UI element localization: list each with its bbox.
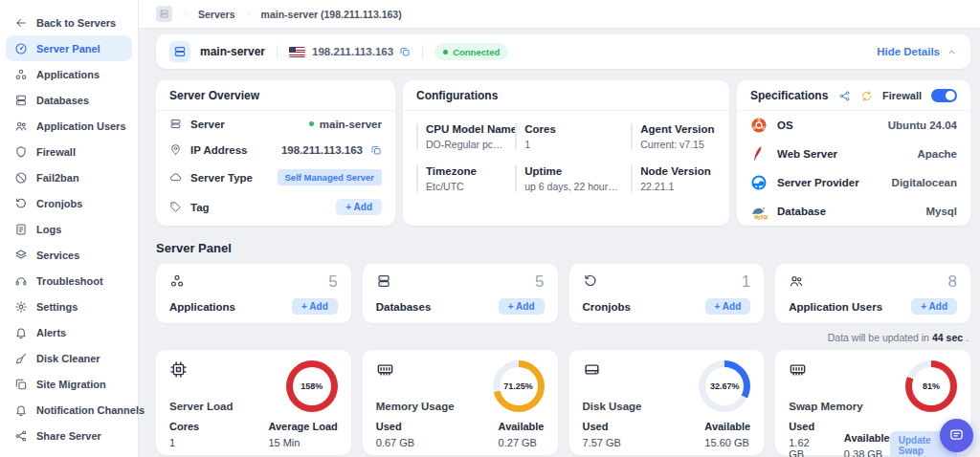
bell-icon	[14, 403, 28, 417]
sidebar-nav: Back to Servers Server Panel Application…	[0, 10, 138, 448]
stat-col-label: Used	[789, 421, 821, 432]
troubleshoot-icon	[14, 274, 28, 288]
sidebar-item[interactable]: Cronjobs	[6, 190, 132, 216]
sidebar-item-label: Settings	[36, 301, 78, 313]
panel-card-count: 5	[328, 273, 337, 290]
sidebar-item-label: Cronjobs	[36, 198, 82, 209]
panel-card[interactable]: 8 Application Users + Add	[775, 264, 970, 323]
refresh-icon[interactable]	[860, 90, 873, 102]
sidebar-item[interactable]: Disk Cleaner	[6, 345, 132, 371]
users-icon	[789, 273, 804, 289]
sidebar-item-label: Alerts	[36, 327, 66, 338]
sidebar-item[interactable]: Fail2ban	[6, 164, 132, 190]
overview-row: IP Address 198.211.113.163	[156, 137, 395, 163]
sidebar-item[interactable]: Back to Servers	[6, 10, 132, 35]
configurations-grid: CPU Model Name DO-Regular pc-i440fx-... …	[403, 111, 729, 205]
config-label: Timezone	[426, 165, 505, 177]
sidebar-item[interactable]: Logs	[6, 216, 132, 242]
users-icon	[14, 120, 28, 133]
stats-cards-row: Server Load 158% Cores 1	[156, 350, 970, 455]
chat-fab-button[interactable]	[940, 419, 973, 452]
breadcrumb-servers[interactable]: Servers	[198, 9, 235, 20]
sidebar-item[interactable]: Services	[6, 242, 132, 268]
stat-col-label: Available	[499, 421, 545, 432]
sidebar-item[interactable]: Troubleshoot	[6, 268, 132, 294]
sidebar-item[interactable]: Firewall	[6, 139, 132, 164]
stat-col-value: 0.38 GB	[844, 448, 890, 457]
sidebar-item[interactable]: Settings	[6, 294, 132, 319]
panel-cards-row: 5 Applications + Add 5 Databases	[156, 264, 970, 323]
copy-icon[interactable]	[370, 144, 382, 156]
cronjob-icon	[14, 197, 28, 210]
database-icon	[376, 273, 391, 289]
sidebar-item[interactable]: Notification Channels	[6, 397, 132, 423]
add-button[interactable]: + Add	[499, 298, 545, 315]
add-button[interactable]: + Add	[705, 298, 751, 315]
sidebar-item-label: Notification Channels	[36, 404, 145, 416]
spec-value: Digitalocean	[892, 177, 957, 188]
add-button[interactable]: + Add	[292, 298, 338, 315]
spec-label: Database	[777, 206, 826, 217]
spec-value: Apache	[917, 148, 957, 160]
sidebar-item-label: Applications	[36, 69, 100, 80]
server-icon	[169, 41, 190, 62]
main-area: Servers main-server (198.211.113.163) ma…	[139, 0, 980, 457]
sidebar-item-label: Share Server	[36, 430, 101, 442]
specifications-card: Specifications Firewall OS	[737, 80, 970, 226]
overview-value[interactable]: + Add	[336, 199, 382, 215]
panel-card-count: 8	[948, 273, 957, 290]
stat-col-label: Used	[583, 421, 621, 432]
sidebar-item-label: Logs	[36, 224, 61, 235]
services-icon	[14, 249, 28, 262]
server-header-card: main-server 198.211.113.163 Connected Hi…	[156, 34, 970, 69]
digitalocean-logo	[750, 174, 768, 191]
sidebar-item[interactable]: Databases	[6, 87, 132, 113]
ubuntu-logo	[750, 117, 768, 134]
hide-details-button[interactable]: Hide Details	[877, 46, 957, 57]
panel-card-count: 1	[742, 273, 750, 290]
chevron-right-icon	[180, 9, 190, 19]
sidebar-item[interactable]: Alerts	[6, 319, 132, 345]
panel-card-label: Cronjobs	[583, 301, 631, 313]
sidebar-item[interactable]: Share Server	[6, 423, 132, 448]
panel-card-count: 5	[535, 273, 544, 290]
spec-label: Web Server	[777, 148, 837, 160]
add-button[interactable]: + Add	[911, 298, 957, 315]
overview-value[interactable]: main-server	[320, 119, 382, 130]
copy-icon[interactable]	[399, 46, 411, 57]
panel-card-label: Applications	[169, 301, 235, 313]
cpu-icon	[169, 360, 188, 379]
us-flag-icon	[289, 47, 305, 57]
panel-card[interactable]: 1 Cronjobs + Add	[569, 264, 765, 323]
share-icon[interactable]	[838, 90, 851, 102]
server-grid-icon	[156, 6, 172, 22]
migration-icon	[14, 378, 28, 391]
status-label: Connected	[453, 47, 500, 57]
stat-col-value: 0.67 GB	[376, 437, 414, 448]
overview-value[interactable]: Self Managed Server	[278, 169, 382, 185]
sidebar-item[interactable]: Server Panel	[6, 35, 132, 61]
gauge-percent: 158%	[286, 360, 338, 412]
overview-value[interactable]: 198.211.113.163	[281, 144, 363, 156]
spec-value: Ubuntu 24.04	[888, 120, 957, 131]
config-label: Agent Version	[640, 123, 716, 135]
card-title: Specifications	[750, 89, 828, 102]
tag-icon	[169, 201, 182, 213]
stat-col-label: Used	[376, 421, 414, 432]
sidebar-item-label: Firewall	[36, 146, 76, 158]
sidebar-item[interactable]: Site Migration	[6, 371, 132, 397]
usage-gauge: 71.25%	[493, 360, 545, 412]
config-value: Current: v7.15	[640, 139, 716, 150]
sidebar-item[interactable]: Application Users	[6, 113, 132, 139]
divider	[422, 45, 423, 58]
overview-row: Server Type Self Managed Server	[156, 163, 395, 192]
stat-col-label: Available	[704, 421, 750, 432]
sidebar-item[interactable]: Applications	[6, 61, 132, 87]
chevron-up-icon	[947, 47, 957, 57]
config-label: CPU Model Name	[426, 123, 505, 135]
firewall-toggle[interactable]	[931, 89, 957, 102]
config-item: Agent Version Current: v7.15	[631, 123, 716, 150]
panel-card[interactable]: 5 Databases + Add	[363, 264, 558, 323]
spec-row: Web Server Apache	[737, 140, 970, 168]
panel-card[interactable]: 5 Applications + Add	[156, 264, 351, 323]
